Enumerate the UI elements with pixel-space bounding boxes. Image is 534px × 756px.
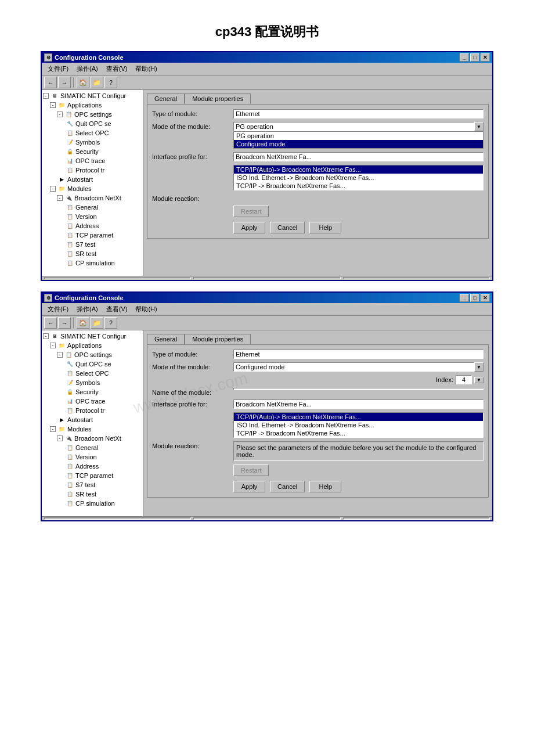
menu-help-2[interactable]: 帮助(H)	[132, 304, 160, 314]
folder-button-1[interactable]: 📁	[91, 77, 103, 88]
forward-button-1[interactable]: →	[58, 77, 71, 88]
listbox2-item-1[interactable]: ISO Ind. Ethernet -> Broadcom NetXtreme …	[234, 421, 483, 429]
tree2-item-modules[interactable]: - 📁 Modules	[43, 424, 142, 434]
close-button-2[interactable]: ✕	[481, 294, 490, 302]
index-arrow-2[interactable]: ▼	[474, 377, 484, 383]
cancel-button-2[interactable]: Cancel	[270, 481, 305, 492]
tree-item-version[interactable]: 📋 Version	[43, 212, 142, 221]
expand-opc[interactable]: -	[57, 111, 63, 117]
listbox-item-1[interactable]: ISO Ind. Ethernet -> Broadcom NetXtreme …	[234, 174, 483, 182]
help-button-win1[interactable]: Help	[309, 222, 341, 233]
home-button-1[interactable]: 🏠	[77, 77, 89, 88]
menu-view-1[interactable]: 查看(V)	[103, 64, 131, 74]
tree2-item-address[interactable]: 📋 Address	[43, 462, 142, 471]
tree-item-tcp[interactable]: 📋 TCP paramet	[43, 231, 142, 240]
interface-listbox-2[interactable]: TCP/IP(Auto)-> Broadcom NetXtreme Fas...…	[233, 412, 484, 438]
mode-option-pg[interactable]: PG operation	[234, 132, 483, 140]
tree2-expand-broadcom[interactable]: -	[57, 435, 63, 441]
listbox2-item-0[interactable]: TCP/IP(Auto)-> Broadcom NetXtreme Fas...	[234, 413, 483, 421]
name-input-2[interactable]	[233, 388, 484, 390]
tree-item-broadcom[interactable]: - 🔌 Broadcom NetXt	[43, 193, 142, 203]
tree2-item-root[interactable]: - 🖥 SIMATIC NET Configur	[43, 332, 142, 341]
tree2-item-applications[interactable]: - 📁 Applications	[43, 341, 142, 350]
tree2-expand-opc[interactable]: -	[57, 352, 63, 358]
index-field-2[interactable]: 4	[456, 375, 472, 384]
tree2-item-autostart[interactable]: ▶ Autostart	[43, 415, 142, 424]
tree-item-quit-opc[interactable]: 🔧 Quit OPC se	[43, 119, 142, 128]
listbox-item-2[interactable]: TCP/IP -> Broadcom NetXtreme Fas...	[234, 182, 483, 190]
close-button-1[interactable]: ✕	[481, 53, 490, 62]
apply-button-1[interactable]: Apply	[233, 222, 265, 233]
expand-root[interactable]: -	[43, 93, 49, 99]
tree-item-select-opc[interactable]: 📋 Select OPC	[43, 128, 142, 138]
tree2-item-opc-trace[interactable]: 📊 OPC trace	[43, 397, 142, 406]
tree2-item-sr[interactable]: 📋 SR test	[43, 489, 142, 499]
tree2-expand-modules[interactable]: -	[50, 426, 56, 432]
tree-item-opc-trace[interactable]: 📊 OPC trace	[43, 156, 142, 165]
tab-module-props-1[interactable]: Module properties	[185, 93, 251, 104]
expand-modules[interactable]: -	[50, 186, 56, 192]
tree-item-s7[interactable]: 📋 S7 test	[43, 240, 142, 249]
menu-help-1[interactable]: 帮助(H)	[132, 64, 160, 74]
tree2-item-general[interactable]: 📋 General	[43, 443, 142, 452]
listbox2-item-2[interactable]: TCP/IP -> Broadcom NetXtreme Fas...	[234, 429, 483, 437]
tree2-item-select[interactable]: 📋 Select OPC	[43, 369, 142, 378]
menu-file-2[interactable]: 文件(F)	[44, 304, 72, 314]
menu-view-2[interactable]: 查看(V)	[103, 304, 131, 314]
tree2-item-cp-sim[interactable]: 📋 CP simulation	[43, 499, 142, 508]
help-button-2-toolbar[interactable]: ?	[104, 317, 117, 329]
mode-select-2[interactable]: Configured mode	[233, 362, 474, 372]
menu-action-2[interactable]: 操作(A)	[73, 304, 102, 314]
maximize-button-1[interactable]: □	[470, 53, 479, 62]
tab-module-props-2[interactable]: Module properties	[185, 334, 251, 344]
back-button-1[interactable]: ←	[44, 77, 57, 88]
expand-broadcom[interactable]: -	[57, 195, 63, 201]
minimize-button-1[interactable]: _	[460, 53, 469, 62]
menu-file-1[interactable]: 文件(F)	[44, 64, 72, 74]
mode-option-configured[interactable]: Configured mode	[234, 140, 483, 148]
tab-general-2[interactable]: General	[147, 334, 185, 344]
home-button-2[interactable]: 🏠	[77, 317, 89, 329]
tree-item-protocol[interactable]: 📋 Protocol tr	[43, 165, 142, 175]
tree2-item-broadcom[interactable]: - 🔌 Broadcom NetXt	[43, 434, 142, 443]
tree2-expand-applications[interactable]: -	[50, 343, 56, 348]
tree-item-applications[interactable]: - 📁 Applications	[43, 100, 142, 110]
tree-item-cp-sim[interactable]: 📋 CP simulation	[43, 258, 142, 268]
tree2-item-opc[interactable]: - 📋 OPC settings	[43, 350, 142, 359]
tree-item-opc-settings[interactable]: - 📋 OPC settings	[43, 110, 142, 119]
maximize-button-2[interactable]: □	[470, 294, 479, 302]
help-button-1[interactable]: ?	[104, 77, 117, 88]
tree-item-general[interactable]: 📋 General	[43, 203, 142, 212]
mode-dropdown-arrow[interactable]: ▼	[474, 122, 484, 131]
tree2-item-protocol[interactable]: 📋 Protocol tr	[43, 406, 142, 415]
tree-item-security[interactable]: 🔒 Security	[43, 147, 142, 156]
tree-item-root[interactable]: - 🖥 SIMATIC NET Configur	[43, 91, 142, 100]
mode-select[interactable]: PG operation	[233, 122, 474, 131]
tree2-item-s7[interactable]: 📋 S7 test	[43, 480, 142, 489]
interface-listbox[interactable]: TCP/IP(Auto)-> Broadcom NetXtreme Fas...…	[233, 165, 484, 190]
tree2-item-security[interactable]: 🔒 Security	[43, 387, 142, 397]
mode-dropdown-arrow-2[interactable]: ▼	[474, 362, 484, 372]
tree2-item-quit[interactable]: 🔧 Quit OPC se	[43, 359, 142, 369]
restart-button-1[interactable]: Restart	[233, 206, 269, 217]
forward-button-2[interactable]: →	[58, 317, 71, 329]
tree-item-sr[interactable]: 📋 SR test	[43, 249, 142, 258]
tree-item-autostart[interactable]: ▶ Autostart	[43, 175, 142, 184]
menu-action-1[interactable]: 操作(A)	[73, 64, 102, 74]
listbox-item-0[interactable]: TCP/IP(Auto)-> Broadcom NetXtreme Fas...	[234, 165, 483, 174]
apply-button-2[interactable]: Apply	[233, 481, 265, 492]
tree2-item-tcp[interactable]: 📋 TCP paramet	[43, 471, 142, 480]
tree2-expand-root[interactable]: -	[43, 333, 49, 339]
tree-item-modules[interactable]: - 📁 Modules	[43, 184, 142, 193]
tree2-item-symbols[interactable]: 📝 Symbols	[43, 378, 142, 387]
tree-item-symbols[interactable]: 📝 Symbols	[43, 138, 142, 147]
tab-general-1[interactable]: General	[147, 93, 185, 104]
help-button-win2[interactable]: Help	[309, 481, 341, 492]
restart-button-2[interactable]: Restart	[233, 465, 269, 476]
back-button-2[interactable]: ←	[44, 317, 57, 329]
minimize-button-2[interactable]: _	[460, 294, 469, 302]
tree-item-address[interactable]: 📋 Address	[43, 221, 142, 231]
expand-applications[interactable]: -	[50, 102, 56, 108]
folder-button-2[interactable]: 📁	[91, 317, 103, 329]
tree2-item-version[interactable]: 📋 Version	[43, 452, 142, 462]
